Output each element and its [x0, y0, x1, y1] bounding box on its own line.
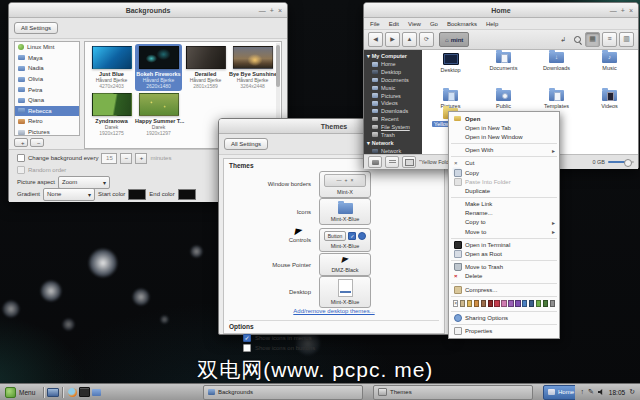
category-linux-mint[interactable]: Linux Mint — [15, 42, 79, 53]
interval-increase-button[interactable]: + — [135, 153, 147, 164]
interval-value[interactable]: 15 — [101, 153, 117, 164]
wallpaper-bye-bye-sunshine[interactable]: Bye Bye Sunshine Håvard Bjerke 3264x2448 — [229, 44, 276, 91]
color-clear-swatch[interactable]: × — [453, 300, 458, 307]
wallpaper-bokeh-fireworks[interactable]: Bokeh Fireworks Håvard Bjerke 2620x1480 — [135, 44, 182, 91]
zoom-slider[interactable] — [608, 161, 634, 163]
color-swatch[interactable] — [522, 300, 527, 307]
color-swatch[interactable] — [536, 300, 541, 307]
icon-view-toggle[interactable]: ▦ — [585, 32, 600, 47]
start-color-swatch[interactable] — [128, 189, 146, 200]
firefox-launcher[interactable] — [66, 386, 78, 398]
menu-item-move-to-trash[interactable]: Move to Trash — [449, 263, 559, 272]
file-pictures[interactable]: Pictures — [424, 90, 477, 109]
color-swatch[interactable] — [488, 300, 493, 307]
show-icons-in-menus-option[interactable]: Show icons in menus — [229, 333, 439, 343]
wallpaper-just-blue[interactable]: Just Blue Håvard Bjerke 4270x2403 — [88, 44, 135, 91]
menu-item-open-new-window[interactable]: Open in New Window — [449, 132, 559, 141]
category-olivia[interactable]: Olivia — [15, 74, 79, 85]
category-nadia[interactable]: Nadia — [15, 63, 79, 74]
scrollbar-thumb[interactable] — [276, 45, 280, 87]
sidebar-item-home[interactable]: Home — [364, 61, 422, 69]
menu-item-sharing-options[interactable]: Sharing Options — [449, 313, 559, 322]
terminal-launcher[interactable] — [78, 386, 90, 398]
end-color-swatch[interactable] — [178, 189, 196, 200]
category-retro[interactable]: Retro — [15, 116, 79, 127]
file-desktop[interactable]: Desktop — [424, 52, 477, 73]
file-music[interactable]: ♪ Music — [583, 52, 636, 73]
category-rebecca[interactable]: Rebecca — [15, 106, 79, 117]
menu-item-duplicate[interactable]: Duplicate — [449, 186, 559, 195]
menu-item-open-with[interactable]: Open With▸ — [449, 146, 559, 155]
controls-button[interactable]: Button ✓ Mint-X-Blue — [319, 228, 371, 252]
add-remove-themes-link[interactable]: Add/remove desktop themes... — [229, 308, 439, 318]
list-view-toggle[interactable]: ≡ — [602, 32, 617, 47]
sidebar-item-downloads[interactable]: Downloads — [364, 107, 422, 115]
input-pen-icon[interactable]: ✎ — [588, 388, 594, 396]
close-icon[interactable]: × — [278, 7, 282, 14]
interval-decrease-button[interactable]: − — [120, 153, 132, 164]
color-swatch[interactable] — [460, 300, 465, 307]
menu-go[interactable]: Go — [430, 21, 438, 27]
color-swatch[interactable] — [501, 300, 506, 307]
menu-item-rename[interactable]: Rename... — [449, 209, 559, 218]
menu-item-compress[interactable]: Compress... — [449, 285, 559, 294]
close-icon[interactable]: × — [629, 7, 633, 14]
color-swatch[interactable] — [515, 300, 520, 307]
color-swatch[interactable] — [481, 300, 486, 307]
add-category-button[interactable]: + — [14, 138, 28, 147]
sidebar-item-network[interactable]: Network — [364, 147, 422, 154]
wallpaper-happy-summer[interactable]: Happy Summer T... Darek 1920x1297 — [135, 91, 182, 138]
taskbar-button-backgrounds[interactable]: Backgrounds — [203, 385, 363, 400]
category-maya[interactable]: Maya — [15, 53, 79, 64]
volume-icon[interactable] — [598, 389, 605, 395]
color-swatch[interactable] — [508, 300, 513, 307]
minimize-icon[interactable]: — — [259, 7, 266, 14]
menu-item-make-link[interactable]: Make Link — [449, 200, 559, 209]
color-swatch[interactable] — [550, 300, 555, 307]
show-device-button[interactable] — [402, 156, 416, 168]
color-swatch[interactable] — [543, 300, 548, 307]
category-petra[interactable]: Petra — [15, 84, 79, 95]
all-settings-button[interactable]: All Settings — [14, 22, 58, 34]
clock[interactable]: 18:05 — [609, 389, 625, 396]
sidebar-item-file-system[interactable]: File System — [364, 123, 422, 131]
edit-location-button[interactable]: ↲ — [557, 34, 569, 46]
change-background-checkbox[interactable] — [17, 154, 25, 162]
sidebar-item-trash[interactable]: Trash — [364, 131, 422, 139]
sidebar-item-music[interactable]: Music — [364, 84, 422, 92]
menu-item-open-in-terminal[interactable]: Open in Terminal — [449, 240, 559, 249]
zoom-slider-knob[interactable] — [624, 159, 632, 167]
sidebar-item-pictures[interactable]: Pictures — [364, 92, 422, 100]
menu-bookmarks[interactable]: Bookmarks — [447, 21, 477, 27]
menu-button[interactable]: Menu — [0, 384, 40, 400]
up-button[interactable]: ▲ — [402, 32, 417, 47]
maximize-icon[interactable]: + — [621, 7, 625, 14]
mouse-pointer-button[interactable]: ◤ DMZ-Black — [319, 253, 371, 276]
remove-category-button[interactable]: − — [30, 138, 44, 147]
back-button[interactable]: ◀ — [368, 32, 383, 47]
color-swatch[interactable] — [529, 300, 534, 307]
show-icons-on-buttons-option[interactable]: Show icons on buttons — [229, 343, 439, 353]
show-desktop-button[interactable] — [47, 386, 59, 398]
menu-view[interactable]: View — [408, 21, 421, 27]
home-titlebar[interactable]: Home — + × — [364, 3, 638, 18]
taskbar-button-themes[interactable]: Themes — [373, 385, 533, 400]
show-places-button[interactable] — [368, 156, 382, 168]
menu-item-cut[interactable]: ×Cut — [449, 159, 559, 168]
backgrounds-titlebar[interactable]: Backgrounds — + × — [9, 3, 287, 18]
window-borders-button[interactable]: —+× Mint-X — [319, 171, 371, 198]
refresh-button[interactable]: ⟳ — [419, 32, 434, 47]
wallpaper-derailed[interactable]: Derailed Håvard Bjerke 2801x1589 — [182, 44, 229, 91]
random-order-checkbox[interactable] — [17, 166, 25, 174]
category-pictures[interactable]: Pictures — [15, 127, 79, 136]
menu-item-properties[interactable]: Properties — [449, 326, 559, 335]
all-settings-button[interactable]: All Settings — [224, 138, 268, 150]
menu-item-move-to[interactable]: Move to▸ — [449, 227, 559, 236]
desktop-theme-button[interactable]: Mint-X-Blue — [319, 276, 371, 308]
color-swatch[interactable] — [467, 300, 472, 307]
search-button[interactable] — [571, 34, 583, 46]
maximize-icon[interactable]: + — [270, 7, 274, 14]
forward-button[interactable]: ▶ — [385, 32, 400, 47]
update-manager-icon[interactable]: ↑ — [580, 388, 584, 396]
menu-help[interactable]: Help — [486, 21, 498, 27]
